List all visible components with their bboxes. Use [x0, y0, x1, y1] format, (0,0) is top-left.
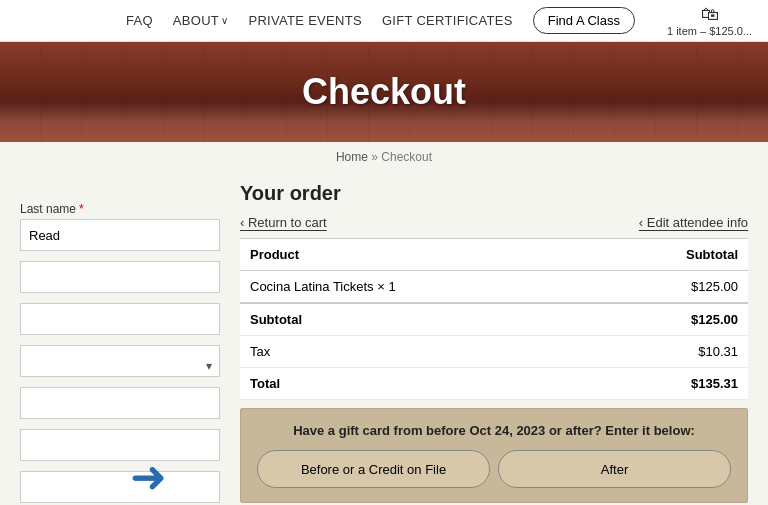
breadcrumb-current: Checkout: [381, 150, 432, 164]
order-panel: Your order ‹ Return to cart ‹ Edit atten…: [240, 182, 748, 505]
cart-area[interactable]: 🛍 1 item – $125.0...: [667, 4, 752, 37]
breadcrumb: Home » Checkout: [0, 142, 768, 172]
table-row: Cocina Latina Tickets × 1 $125.00: [240, 271, 748, 304]
main-content: Last name * Your order ‹ Return to cart …: [0, 172, 768, 505]
total-value: $135.31: [594, 368, 748, 400]
hero-banner: Checkout: [0, 42, 768, 142]
col-product: Product: [240, 239, 594, 271]
nav-about[interactable]: ABOUT ∨: [173, 13, 229, 28]
about-label: ABOUT: [173, 13, 219, 28]
gift-card-wrapper: Have a gift card from before Oct 24, 202…: [240, 408, 748, 503]
blank-input-5[interactable]: [20, 471, 220, 503]
cart-icon: 🛍: [701, 4, 719, 25]
cart-text: 1 item – $125.0...: [667, 25, 752, 37]
form-select[interactable]: [20, 345, 220, 377]
find-class-button[interactable]: Find A Class: [533, 7, 635, 34]
page-title: Checkout: [302, 71, 466, 113]
tax-value: $10.31: [594, 336, 748, 368]
breadcrumb-home[interactable]: Home: [336, 150, 368, 164]
blank-input-4[interactable]: [20, 429, 220, 461]
form-panel: Last name *: [20, 182, 220, 505]
blank-input-1[interactable]: [20, 261, 220, 293]
required-marker: *: [79, 202, 84, 216]
blank-input-2[interactable]: [20, 303, 220, 335]
nav-private-events[interactable]: PRIVATE EVENTS: [248, 13, 362, 28]
edit-attendee-link[interactable]: ‹ Edit attendee info: [639, 215, 748, 230]
subtotal-label: Subtotal: [240, 303, 594, 336]
nav-gift-certificates[interactable]: GIFT CERTIFICATES: [382, 13, 513, 28]
gift-card-before-button[interactable]: Before or a Credit on File: [257, 450, 490, 488]
tax-label: Tax: [240, 336, 594, 368]
navigation: FAQ ABOUT ∨ PRIVATE EVENTS GIFT CERTIFIC…: [0, 0, 768, 42]
select-wrapper: [20, 345, 220, 387]
chevron-down-icon: ∨: [221, 15, 228, 26]
nav-links: FAQ ABOUT ∨ PRIVATE EVENTS GIFT CERTIFIC…: [126, 4, 752, 37]
breadcrumb-arrow: »: [371, 150, 378, 164]
last-name-label: Last name *: [20, 202, 220, 216]
gift-card-after-button[interactable]: After: [498, 450, 731, 488]
gift-card-buttons: Before or a Credit on File After: [257, 450, 731, 488]
order-nav: ‹ Return to cart ‹ Edit attendee info: [240, 215, 748, 230]
tax-row: Tax $10.31: [240, 336, 748, 368]
table-header-row: Product Subtotal: [240, 239, 748, 271]
last-name-input[interactable]: [20, 219, 220, 251]
return-to-cart-link[interactable]: ‹ Return to cart: [240, 215, 327, 230]
product-name: Cocina Latina Tickets × 1: [240, 271, 594, 304]
nav-faq[interactable]: FAQ: [126, 13, 153, 28]
subtotal-row: Subtotal $125.00: [240, 303, 748, 336]
last-name-group: Last name *: [20, 202, 220, 251]
last-name-label-text: Last name: [20, 202, 76, 216]
total-label: Total: [240, 368, 594, 400]
order-title: Your order: [240, 182, 748, 205]
gift-card-section: Have a gift card from before Oct 24, 202…: [240, 408, 748, 503]
total-row: Total $135.31: [240, 368, 748, 400]
blank-input-3[interactable]: [20, 387, 220, 419]
product-subtotal: $125.00: [594, 271, 748, 304]
gift-card-title: Have a gift card from before Oct 24, 202…: [257, 423, 731, 438]
col-subtotal: Subtotal: [594, 239, 748, 271]
order-table: Product Subtotal Cocina Latina Tickets ×…: [240, 238, 748, 400]
subtotal-value: $125.00: [594, 303, 748, 336]
